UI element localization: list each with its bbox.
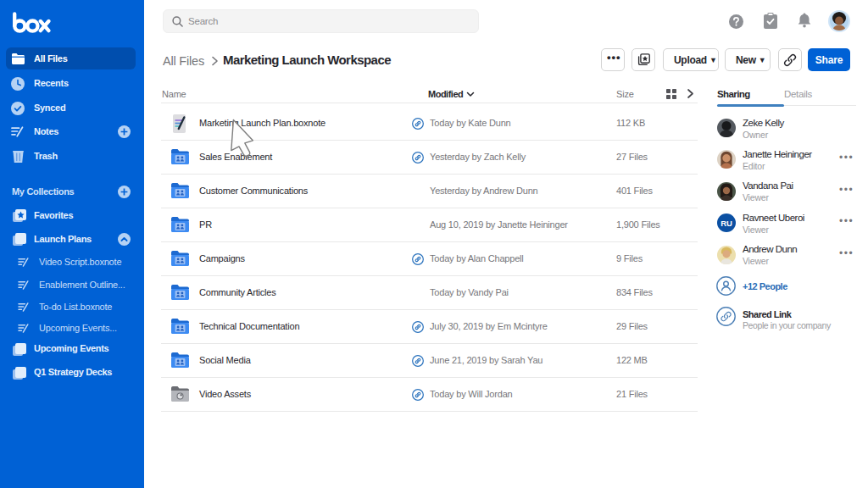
svg-text:RU: RU [721,219,732,228]
